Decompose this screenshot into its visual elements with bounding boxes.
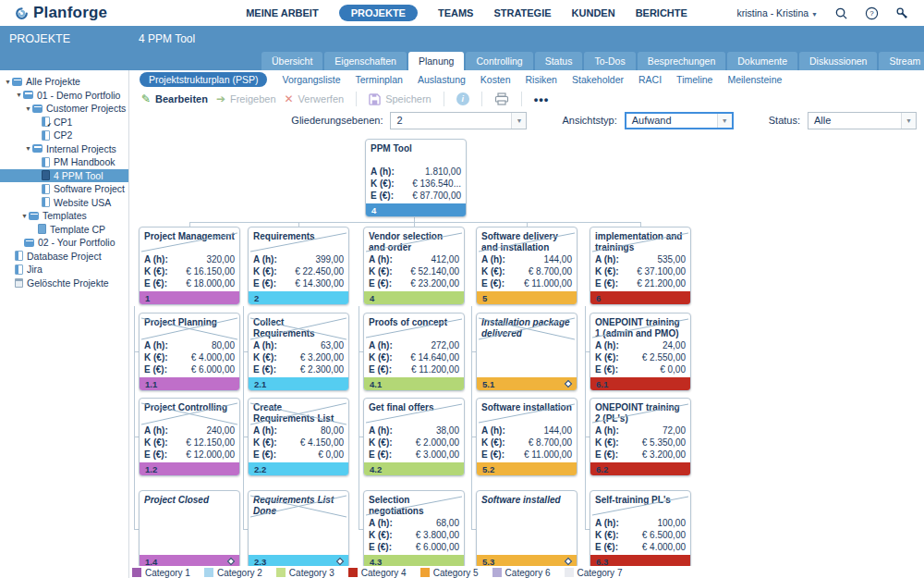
tab-diskussionen[interactable]: Diskussionen xyxy=(799,52,877,70)
wbs-box[interactable]: ONEPOINT training 1 (admin and PMO) A (h… xyxy=(590,313,691,391)
wbs-box[interactable]: Project Planning A (h):80,00 K (€):€ 4.0… xyxy=(139,313,240,391)
tree-item-customer-projects[interactable]: ▼Customer Projects xyxy=(0,102,128,116)
wbs-box-milestone[interactable]: Software installed 5.3 xyxy=(476,490,578,569)
wbs-number-badge: 2.1 xyxy=(249,377,348,390)
subnav-terminplan[interactable]: Terminplan xyxy=(356,74,403,85)
wbs-box[interactable]: Collect Requirements A (h):63,00 K (€):€… xyxy=(248,313,349,391)
search-icon[interactable] xyxy=(834,6,848,20)
legend-item: Category 7 xyxy=(565,568,623,578)
chevron-down-icon: ▼ xyxy=(511,113,526,129)
expander-icon[interactable]: ▼ xyxy=(15,92,23,98)
wbs-box-title: Selection negotiations xyxy=(364,491,464,516)
menu-meine-arbeit[interactable]: MEINE ARBEIT xyxy=(246,7,318,18)
menu-berichte[interactable]: BERICHTE xyxy=(636,7,687,18)
subnav-raci[interactable]: RACI xyxy=(638,74,662,85)
subnav-risiken[interactable]: Risiken xyxy=(526,74,557,85)
tab-todos[interactable]: To-Dos xyxy=(584,52,635,70)
tree-item-templates[interactable]: ▼Templates xyxy=(0,209,128,223)
tree-item-demo-portfolio[interactable]: ▼01 - Demo Portfolio xyxy=(0,89,128,103)
tree-item-pm-handbook[interactable]: PM Handbook xyxy=(0,155,128,169)
tab-uebersicht[interactable]: Übersicht xyxy=(261,52,322,70)
viewtype-select[interactable]: Aufwand▼ xyxy=(625,112,734,129)
wbs-box-milestone[interactable]: Requirements List Done 2.3 xyxy=(248,490,349,569)
wbs-box[interactable]: ONEPOINT training 2 (PL's) A (h):72,00 K… xyxy=(590,398,691,476)
tree-item-internal-projects[interactable]: ▼Internal Projects xyxy=(0,142,128,156)
wbs-box[interactable]: Software installation A (h):144,00 K (€)… xyxy=(476,398,578,476)
menu-kunden[interactable]: KUNDEN xyxy=(572,7,615,18)
portfolio-icon xyxy=(32,144,43,153)
menu-projekte[interactable]: PROJEKTE xyxy=(339,5,418,21)
subnav-kosten[interactable]: Kosten xyxy=(480,74,511,85)
wbs-box-milestone[interactable]: Project Closed 1.4 xyxy=(139,490,240,569)
discard-button[interactable]: ✕Verwerfen xyxy=(285,92,345,105)
tree-item-alle-projekte[interactable]: ▼Alle Projekte xyxy=(0,75,128,89)
user-menu[interactable]: kristina - Kristina ▼ xyxy=(737,7,818,18)
print-icon[interactable] xyxy=(494,92,509,105)
trash-icon xyxy=(15,278,23,288)
wbs-box[interactable]: Project Controlling A (h):240,00 K (€):€… xyxy=(139,398,240,476)
tree-item-jira[interactable]: Jira xyxy=(0,263,128,277)
tab-besprechungen[interactable]: Besprechungen xyxy=(638,52,726,70)
wbs-number-badge: 6.2 xyxy=(590,462,690,475)
edit-button[interactable]: ✎Bearbeiten xyxy=(141,92,208,105)
subnav-meilensteine[interactable]: Meilensteine xyxy=(727,74,782,85)
wbs-number-badge: 4 xyxy=(364,291,464,304)
wbs-box[interactable]: Create Requirements List A (h):80,00 K (… xyxy=(248,398,349,476)
wbs-box-title: PPM Tool xyxy=(366,140,466,165)
subnav-timeline[interactable]: Timeline xyxy=(676,74,712,85)
check-icon: ✔ xyxy=(47,121,52,128)
outline-levels-select[interactable]: 2▼ xyxy=(390,112,527,129)
wbs-box-title: Requirements xyxy=(249,228,348,252)
tree-item-your-portfolio[interactable]: 02 - Your Portfolio xyxy=(0,236,128,250)
tree-item-database-project[interactable]: Database Project xyxy=(0,250,128,264)
save-button[interactable]: Speichern xyxy=(369,93,432,105)
expander-icon[interactable]: ▼ xyxy=(24,145,32,152)
tree-item-cp1[interactable]: ✔CP1 xyxy=(0,116,128,129)
subnav-psp[interactable]: Projektstrukturplan (PSP) xyxy=(140,72,267,87)
wbs-box[interactable]: Project Management A (h):320,00 K (€):€ … xyxy=(139,227,240,305)
expander-icon[interactable]: ▼ xyxy=(24,105,32,112)
wbs-box-milestone[interactable]: Installation package delivered 5.1 xyxy=(476,313,578,391)
wbs-box-root[interactable]: PPM Tool A (h):1.810,00 K (€):€ 136.540.… xyxy=(365,139,467,217)
menu-teams[interactable]: TEAMS xyxy=(438,7,474,18)
wbs-box[interactable]: Software delivery and installation A (h)… xyxy=(476,227,578,305)
wbs-box[interactable]: Get final offers A (h):38,00 K (€):€ 2.0… xyxy=(363,398,465,476)
subnav-auslastung[interactable]: Auslastung xyxy=(418,74,466,85)
tree-item-template-cp[interactable]: Template CP xyxy=(0,223,128,237)
tab-controlling[interactable]: Controlling xyxy=(466,52,532,70)
legend-item: Category 5 xyxy=(420,568,479,578)
tree-item-geloeschte-projekte[interactable]: Gelöschte Projekte xyxy=(0,277,128,290)
tree-item-software-project[interactable]: Software Project xyxy=(0,182,128,196)
chevron-down-icon: ▼ xyxy=(717,114,732,128)
tab-stream[interactable]: Stream xyxy=(879,52,924,70)
wbs-box-title: ONEPOINT training 2 (PL's) xyxy=(590,399,690,424)
status-select[interactable]: Alle▼ xyxy=(808,112,917,129)
tree-item-4-ppm-tool[interactable]: 4 PPM Tool xyxy=(0,169,128,183)
menu-strategie[interactable]: STRATEGIE xyxy=(493,7,551,18)
tree-item-website-usa[interactable]: Website USA xyxy=(0,196,128,210)
tools-icon[interactable] xyxy=(895,6,909,20)
wbs-box[interactable]: Proofs of concept A (h):272,00 K (€):€ 1… xyxy=(363,313,465,391)
subnav-vorgangsliste[interactable]: Vorgangsliste xyxy=(282,74,340,85)
more-button[interactable]: ••• xyxy=(534,92,550,106)
category-legend: Category 1 Category 2 Category 3 Categor… xyxy=(130,566,924,578)
help-icon[interactable]: ? xyxy=(865,6,879,20)
wbs-box[interactable]: Vendor selection and order A (h):412,00 … xyxy=(363,227,465,305)
tab-dokumente[interactable]: Dokumente xyxy=(727,52,797,70)
release-button[interactable]: ➔Freigeben xyxy=(216,92,276,105)
legend-swatch xyxy=(132,568,141,577)
planforge-logo[interactable]: Planforge xyxy=(15,4,107,22)
expander-icon[interactable]: ▼ xyxy=(4,79,12,85)
tab-eigenschaften[interactable]: Eigenschaften xyxy=(324,52,407,70)
portfolio-icon xyxy=(23,91,33,99)
tab-status[interactable]: Status xyxy=(535,52,583,70)
subnav-stakeholder[interactable]: Stakeholder xyxy=(572,74,624,85)
expander-icon[interactable]: ▼ xyxy=(20,213,29,219)
tab-planung[interactable]: Planung xyxy=(408,52,465,70)
wbs-box[interactable]: implementation and trainings A (h):535,0… xyxy=(590,227,691,305)
wbs-box[interactable]: Self-training PL's A (h):100,00 K (€):€ … xyxy=(590,490,691,569)
wbs-box[interactable]: Selection negotiations A (h):68,00 K (€)… xyxy=(363,490,465,569)
info-icon[interactable]: i xyxy=(456,92,469,105)
wbs-box[interactable]: Requirements A (h):399,00 K (€):€ 22.450… xyxy=(248,227,349,305)
tree-item-cp2[interactable]: CP2 xyxy=(0,129,128,142)
